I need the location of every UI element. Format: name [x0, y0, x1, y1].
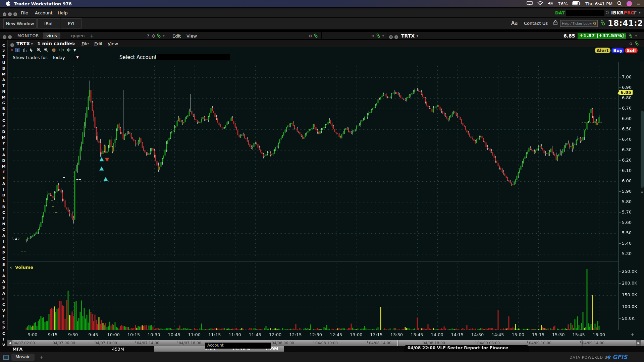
axis-zoom-plus-icon[interactable]: +: [631, 332, 634, 337]
pin-icon[interactable]: [634, 11, 637, 16]
chart-float-icon[interactable]: +: [10, 42, 14, 47]
group-link-icon[interactable]: [376, 34, 380, 39]
watchlist-letter[interactable]: C: [0, 210, 7, 215]
expand-bars-icon[interactable]: [59, 48, 64, 53]
vertical-scrollbar-thumb[interactable]: [641, 111, 644, 188]
timeframe-dropdown-icon[interactable]: ▾: [73, 42, 75, 46]
watchlist-letter[interactable]: I: [0, 337, 7, 342]
watchlist-letter[interactable]: I: [0, 187, 7, 192]
watchlist-letter[interactable]: P: [0, 326, 7, 330]
scroll-right-icon[interactable]: ▶: [636, 340, 641, 346]
tab-quyen[interactable]: quyen: [68, 33, 88, 39]
watchlist-letter[interactable]: A: [0, 291, 7, 296]
pin-dropdown-icon[interactable]: ▾: [639, 11, 641, 14]
lookup-magnifier-icon[interactable]: [593, 21, 597, 26]
chart-symbol-dropdown-icon[interactable]: ▾: [31, 42, 33, 46]
tab-monitor[interactable]: MONITOR: [17, 34, 39, 38]
watchlist-letter[interactable]: T: [0, 55, 7, 59]
studies-icon[interactable]: [22, 48, 27, 54]
price-volume-chart[interactable]: [8, 62, 619, 330]
ibot-button[interactable]: IBot: [37, 18, 60, 28]
menu-help[interactable]: Help: [58, 10, 68, 15]
help-icon[interactable]: ?: [147, 34, 149, 39]
crosshair-icon[interactable]: [51, 48, 56, 54]
watchlist-letter[interactable]: V: [0, 308, 7, 313]
watchlist-letter[interactable]: N: [0, 222, 7, 226]
gear-icon[interactable]: [371, 34, 375, 39]
select-account-label[interactable]: Select Account: [119, 54, 157, 60]
chevron-down-icon[interactable]: ▾: [163, 34, 165, 38]
watchlist-letter[interactable]: M: [0, 164, 7, 169]
siri-icon[interactable]: [627, 1, 632, 6]
chart-timeframe[interactable]: 1 min candles: [37, 41, 74, 46]
zoom-in-icon[interactable]: [37, 48, 41, 53]
add-workspace-button[interactable]: +: [40, 354, 44, 360]
watchlist-letter[interactable]: A: [0, 182, 7, 186]
fyi-button[interactable]: FYI: [61, 18, 82, 28]
lock-icon[interactable]: [553, 20, 557, 26]
toolbar-more-dropdown-icon[interactable]: ▼: [73, 48, 76, 52]
watchlist-letter[interactable]: D: [0, 130, 7, 134]
watchlist-letter[interactable]: G: [0, 101, 7, 105]
watchlist-letter[interactable]: Z: [0, 49, 7, 53]
watchlist-letter[interactable]: T: [0, 216, 7, 221]
sell-button[interactable]: Sell: [625, 48, 638, 53]
menu-file[interactable]: File: [21, 10, 28, 15]
watchlist-letter[interactable]: T: [0, 112, 7, 117]
group-link-icon[interactable]: [635, 41, 639, 47]
watchlist-letter[interactable]: C: [0, 118, 7, 123]
remove-chart-icon[interactable]: ✕: [10, 48, 13, 52]
watchlist-letter[interactable]: A: [0, 245, 7, 249]
group-link-icon[interactable]: [629, 34, 632, 39]
vertical-scrollbar[interactable]: ▼: [640, 62, 644, 330]
spotlight-search-icon[interactable]: [617, 1, 622, 7]
watchlist-letter[interactable]: M: [0, 95, 7, 100]
watchlist-letter[interactable]: S: [0, 262, 7, 267]
watchlist-letter[interactable]: Y: [0, 141, 7, 145]
time-range-scrollbar[interactable]: ◀ ▶ 04/07 02:0004/07 06:0004/07 10:0004/…: [7, 340, 644, 346]
watchlist-letter[interactable]: P: [0, 251, 7, 255]
watchlist-letter[interactable]: C: [0, 43, 7, 48]
gear-icon[interactable]: [623, 34, 626, 39]
watchlist-letter[interactable]: T: [0, 83, 7, 88]
quote-close-icon[interactable]: ×: [389, 34, 393, 39]
volume-icon[interactable]: [548, 1, 553, 6]
watchlist-letter[interactable]: U: [0, 61, 7, 65]
watchlist-letter[interactable]: B: [0, 193, 7, 197]
bg-menu-view[interactable]: View: [186, 34, 197, 39]
watchlist-letter[interactable]: B: [0, 107, 7, 111]
watchlist-letter[interactable]: X: [0, 176, 7, 180]
quote-symbol-dropdown-icon[interactable]: ▾: [417, 34, 418, 38]
alert-button[interactable]: Alert: [595, 48, 610, 53]
watchlist-letter[interactable]: P: [0, 124, 7, 128]
range-handle[interactable]: [397, 340, 398, 346]
menubar-clock[interactable]: Thu 6:41 PM: [585, 1, 612, 6]
tab-virus[interactable]: virus: [43, 33, 60, 39]
window-icon[interactable]: [3, 355, 9, 361]
contact-us-link[interactable]: Contact Us: [524, 21, 548, 26]
watchlist-letter[interactable]: C: [0, 256, 7, 261]
gear-icon[interactable]: [309, 34, 312, 39]
watchlist-letter[interactable]: B: [0, 66, 7, 71]
menu-account[interactable]: Account: [35, 10, 53, 15]
watchlist-letter[interactable]: I: [0, 268, 7, 273]
watchlist-letter[interactable]: A: [0, 78, 7, 82]
window-minimize-button[interactable]: −: [8, 11, 12, 16]
chart-menu-view[interactable]: View: [108, 41, 118, 46]
price-axis[interactable]: 6.85 7.006.906.806.706.606.506.406.306.2…: [618, 62, 640, 330]
apple-icon[interactable]: [6, 1, 10, 7]
watchlist-letter[interactable]: C: [0, 320, 7, 324]
watchlist-letter[interactable]: S: [0, 285, 7, 290]
chevron-down-icon[interactable]: ▾: [635, 34, 637, 38]
panel-float-icon[interactable]: +: [8, 34, 12, 39]
scroll-down-icon[interactable]: ▼: [641, 191, 643, 194]
volume-pane-close-icon[interactable]: ✕: [9, 266, 12, 269]
chart-symbol[interactable]: TRTX: [16, 41, 30, 46]
time-axis[interactable]: 9:009:159:309:4510:0010:1510:3010:4511:0…: [7, 330, 618, 340]
watchlist-letter[interactable]: N: [0, 89, 7, 94]
ticker-lookup-input[interactable]: [560, 20, 598, 27]
zoom-out-icon[interactable]: [44, 48, 49, 53]
watchlist-letter[interactable]: B: [0, 205, 7, 209]
link-icon[interactable]: [600, 20, 605, 26]
scroll-left-icon[interactable]: ◀: [7, 340, 12, 346]
